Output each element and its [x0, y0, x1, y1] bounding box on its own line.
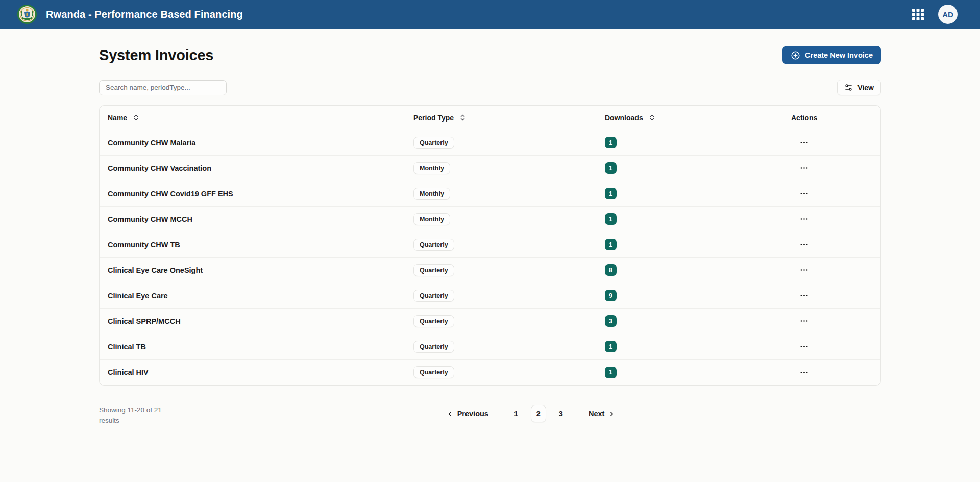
previous-page-button[interactable]: Previous — [442, 407, 493, 421]
table-row[interactable]: Clinical Eye Care OneSight Quarterly 8 — [100, 258, 880, 283]
row-actions-menu-icon[interactable] — [797, 263, 811, 277]
column-header-period-type: Period Type — [413, 114, 454, 122]
table-row[interactable]: Clinical SPRP/MCCH Quarterly 3 — [100, 309, 880, 334]
page-title: System Invoices — [99, 47, 213, 64]
invoice-name: Community CHW Vaccination — [100, 164, 405, 172]
downloads-badge: 1 — [605, 213, 617, 225]
column-header-name: Name — [108, 114, 127, 122]
invoice-name: Clinical Eye Care OneSight — [100, 266, 405, 274]
user-avatar[interactable]: AD — [938, 5, 958, 24]
next-label: Next — [589, 410, 604, 418]
sort-name-icon[interactable] — [132, 114, 140, 121]
invoice-name: Clinical TB — [100, 343, 405, 351]
create-new-invoice-button[interactable]: Create New Invoice — [782, 46, 881, 64]
invoice-name: Community CHW Covid19 GFF EHS — [100, 190, 405, 198]
table-row[interactable]: Community CHW TB Quarterly 1 — [100, 232, 880, 258]
next-page-button[interactable]: Next — [584, 407, 620, 421]
period-type-badge: Monthly — [413, 213, 450, 225]
downloads-badge: 1 — [605, 188, 617, 199]
invoice-name: Community CHW TB — [100, 241, 405, 249]
app-title: Rwanda - Performance Based Financing — [46, 9, 243, 20]
period-type-badge: Monthly — [413, 188, 450, 200]
sort-downloads-icon[interactable] — [648, 114, 656, 121]
row-actions-menu-icon[interactable] — [797, 136, 811, 149]
downloads-badge: 3 — [605, 315, 617, 327]
plus-circle-icon — [791, 50, 800, 60]
row-actions-menu-icon[interactable] — [797, 212, 811, 226]
downloads-badge: 8 — [605, 264, 617, 276]
downloads-badge: 9 — [605, 290, 617, 301]
row-actions-menu-icon[interactable] — [797, 366, 811, 379]
row-actions-menu-icon[interactable] — [797, 238, 811, 251]
chevron-right-icon — [608, 410, 616, 418]
downloads-badge: 1 — [605, 239, 617, 250]
period-type-badge: Quarterly — [413, 315, 454, 327]
downloads-badge: 1 — [605, 162, 617, 174]
page-button-1[interactable]: 1 — [508, 407, 524, 421]
row-actions-menu-icon[interactable] — [797, 187, 811, 200]
chevron-left-icon — [446, 410, 454, 418]
period-type-badge: Quarterly — [413, 341, 454, 353]
table-row[interactable]: Clinical TB Quarterly 1 — [100, 334, 880, 360]
pagination: Previous 1 2 3 Next — [442, 405, 621, 422]
table-row[interactable]: Clinical Eye Care Quarterly 9 — [100, 283, 880, 309]
search-input[interactable] — [99, 80, 227, 95]
table-header-row: Name Period Type Downloads Actions — [100, 106, 880, 130]
period-type-badge: Quarterly — [413, 137, 454, 149]
table-row[interactable]: Clinical HIV Quarterly 1 — [100, 360, 880, 385]
results-summary: Showing 11-20 of 21 results — [99, 405, 181, 426]
row-actions-menu-icon[interactable] — [797, 340, 811, 353]
period-type-badge: Quarterly — [413, 290, 454, 302]
downloads-badge: 1 — [605, 367, 617, 378]
rwanda-coat-of-arms-logo — [17, 5, 37, 24]
downloads-badge: 1 — [605, 137, 617, 148]
invoice-name: Clinical SPRP/MCCH — [100, 317, 405, 325]
table-row[interactable]: Community CHW Malaria Quarterly 1 — [100, 130, 880, 156]
invoice-name: Clinical Eye Care — [100, 292, 405, 300]
period-type-badge: Quarterly — [413, 366, 454, 378]
sort-period-type-icon[interactable] — [459, 114, 467, 121]
page-button-2-current[interactable]: 2 — [531, 405, 546, 422]
table-row[interactable]: Community CHW MCCH Monthly 1 — [100, 207, 880, 232]
top-navbar: Rwanda - Performance Based Financing AD — [0, 0, 980, 29]
view-button-label: View — [857, 84, 874, 92]
page-button-3[interactable]: 3 — [553, 407, 569, 421]
sliders-icon — [844, 83, 853, 92]
previous-label: Previous — [457, 410, 488, 418]
create-new-invoice-label: Create New Invoice — [805, 51, 873, 59]
table-row[interactable]: Community CHW Vaccination Monthly 1 — [100, 156, 880, 181]
row-actions-menu-icon[interactable] — [797, 289, 811, 302]
invoice-name: Community CHW Malaria — [100, 139, 405, 147]
invoices-table: Name Period Type Downloads Actions — [99, 105, 881, 386]
invoice-name: Community CHW MCCH — [100, 215, 405, 223]
invoice-name: Clinical HIV — [100, 368, 405, 376]
row-actions-menu-icon[interactable] — [797, 161, 811, 175]
period-type-badge: Quarterly — [413, 264, 454, 276]
apps-grid-icon[interactable] — [912, 9, 924, 20]
row-actions-menu-icon[interactable] — [797, 314, 811, 328]
main-content: System Invoices Create New Invoice View — [99, 46, 881, 426]
period-type-badge: Quarterly — [413, 239, 454, 251]
downloads-badge: 1 — [605, 341, 617, 352]
view-options-button[interactable]: View — [837, 80, 881, 95]
column-header-downloads: Downloads — [605, 114, 643, 122]
table-row[interactable]: Community CHW Covid19 GFF EHS Monthly 1 — [100, 181, 880, 207]
column-header-actions: Actions — [791, 114, 817, 122]
period-type-badge: Monthly — [413, 162, 450, 174]
